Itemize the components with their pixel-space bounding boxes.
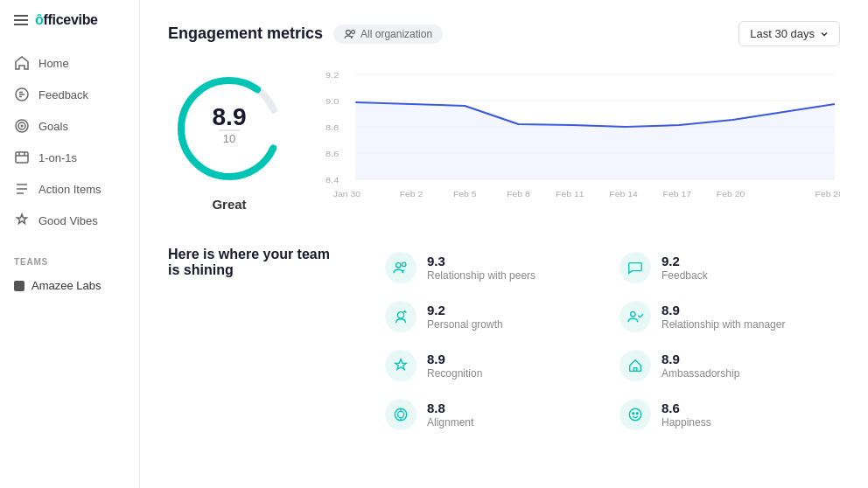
metric-info-feedback: 9.2 Feedback xyxy=(662,254,708,282)
metrics-header: Engagement metrics All organization Last… xyxy=(168,21,840,46)
metric-info-happiness: 8.6 Happiness xyxy=(662,401,711,429)
content-area: Engagement metrics All organization Last… xyxy=(140,0,868,488)
svg-text:Feb 20: Feb 20 xyxy=(717,190,745,199)
svg-point-34 xyxy=(631,312,635,317)
metric-info-alignment: 8.8 Alignment xyxy=(427,401,473,429)
metric-item-alignment: 8.8 Alignment xyxy=(371,390,606,439)
metrics-body: 8.9 10 Great 9.2 9.0 8.8 8.6 8.4 xyxy=(168,67,840,212)
brand-logo: ôfficevibe xyxy=(35,12,98,28)
svg-text:8.9: 8.9 xyxy=(213,103,247,130)
svg-text:Feb 8: Feb 8 xyxy=(507,190,530,199)
growth-icon xyxy=(385,301,416,332)
action-icon xyxy=(14,181,30,197)
metric-item-peers: 9.3 Relationship with peers xyxy=(371,243,606,292)
sidebar-item-good-vibes[interactable]: Good Vibes xyxy=(0,205,139,236)
sidebar-item-goals[interactable]: Goals xyxy=(0,110,139,142)
goals-icon xyxy=(14,118,30,134)
svg-text:Feb 17: Feb 17 xyxy=(663,190,691,199)
manager-icon xyxy=(620,301,651,332)
sidebar-item-feedback[interactable]: Feedback xyxy=(0,79,139,110)
metric-item-feedback: 9.2 Feedback xyxy=(606,243,840,292)
svg-rect-35 xyxy=(634,368,637,372)
line-chart: 9.2 9.0 8.8 8.6 8.4 Jan 3 xyxy=(326,67,840,207)
svg-text:Feb 28: Feb 28 xyxy=(816,190,840,199)
teams-label: TEAMS xyxy=(14,257,125,267)
svg-point-40 xyxy=(629,408,641,421)
vibes-icon xyxy=(14,213,30,228)
hamburger-menu[interactable] xyxy=(14,15,28,25)
peers-icon xyxy=(385,252,416,283)
1on1-icon xyxy=(14,150,30,165)
metric-info-recognition: 8.9 Recognition xyxy=(427,352,482,380)
sidebar: ôfficevibe Home Feedback xyxy=(0,0,140,488)
svg-point-42 xyxy=(636,413,638,415)
svg-text:8.6: 8.6 xyxy=(326,150,340,158)
svg-point-37 xyxy=(397,411,403,417)
feedback-metric-icon xyxy=(620,252,651,283)
svg-text:9.0: 9.0 xyxy=(326,97,340,106)
metric-info-manager: 8.9 Relationship with manager xyxy=(662,303,785,331)
svg-text:8.8: 8.8 xyxy=(326,123,340,132)
sidebar-item-action-items[interactable]: Action Items xyxy=(0,173,139,205)
sidebar-header: ôfficevibe xyxy=(0,0,139,40)
metric-info-peers: 9.3 Relationship with peers xyxy=(427,254,536,282)
metric-info-growth: 9.2 Personal growth xyxy=(427,303,503,331)
svg-point-31 xyxy=(396,263,401,268)
shining-row: Here is where your team is shining xyxy=(168,243,840,439)
gauge-chart: 8.9 10 xyxy=(168,67,290,190)
metric-item-happiness: 8.6 Happiness xyxy=(606,390,840,439)
metrics-title: Engagement metrics xyxy=(168,24,323,43)
svg-text:9.2: 9.2 xyxy=(326,71,340,80)
svg-text:Feb 5: Feb 5 xyxy=(453,190,477,199)
gauge-label: Great xyxy=(212,197,246,212)
metric-item-recognition: 8.9 Recognition xyxy=(371,341,606,390)
sidebar-nav: Home Feedback Goals xyxy=(0,40,139,243)
svg-rect-4 xyxy=(16,152,28,163)
metric-item-ambassadorship: 8.9 Ambassadorship xyxy=(606,341,840,390)
date-range-dropdown[interactable]: Last 30 days xyxy=(738,21,840,46)
feedback-icon xyxy=(14,87,30,102)
happiness-icon xyxy=(620,399,651,430)
svg-text:8.4: 8.4 xyxy=(326,176,340,185)
chevron-down-icon xyxy=(820,30,829,38)
shining-section: Here is where your team is shining xyxy=(168,243,840,439)
metrics-grid: 9.3 Relationship with peers 9.2 Feed xyxy=(371,243,840,439)
svg-point-6 xyxy=(352,30,355,33)
metric-item-manager: 8.9 Relationship with manager xyxy=(606,292,840,341)
svg-point-3 xyxy=(21,125,24,128)
svg-point-33 xyxy=(397,312,403,318)
svg-text:Feb 2: Feb 2 xyxy=(400,190,424,199)
alignment-icon xyxy=(385,399,416,430)
sidebar-item-1on1s[interactable]: 1-on-1s xyxy=(0,142,139,173)
svg-point-32 xyxy=(402,262,406,267)
teams-section: TEAMS Amazee Labs xyxy=(0,243,139,304)
org-badge[interactable]: All organization xyxy=(333,24,443,44)
metric-item-growth: 9.2 Personal growth xyxy=(371,292,606,341)
svg-text:Feb 11: Feb 11 xyxy=(556,190,584,199)
ambassadorship-icon xyxy=(620,350,651,381)
team-item-amazee[interactable]: Amazee Labs xyxy=(14,274,125,297)
home-icon xyxy=(14,55,30,71)
shining-title: Here is where your team is shining xyxy=(168,243,343,278)
metrics-title-row: Engagement metrics All organization xyxy=(168,24,443,44)
chart-container: 9.2 9.0 8.8 8.6 8.4 Jan 3 xyxy=(326,67,840,207)
main-content: Engagement metrics All organization Last… xyxy=(140,0,868,488)
metric-info-ambassadorship: 8.9 Ambassadorship xyxy=(662,352,739,380)
svg-text:Feb 14: Feb 14 xyxy=(609,190,637,199)
svg-text:10: 10 xyxy=(223,132,235,145)
org-icon xyxy=(344,28,356,40)
svg-text:Jan 30: Jan 30 xyxy=(333,190,360,199)
sidebar-item-home[interactable]: Home xyxy=(0,47,139,79)
svg-point-41 xyxy=(633,413,634,415)
svg-point-5 xyxy=(346,30,351,34)
gauge-container: 8.9 10 Great xyxy=(168,67,290,212)
team-color-dot xyxy=(14,281,24,291)
recognition-icon xyxy=(385,350,416,381)
